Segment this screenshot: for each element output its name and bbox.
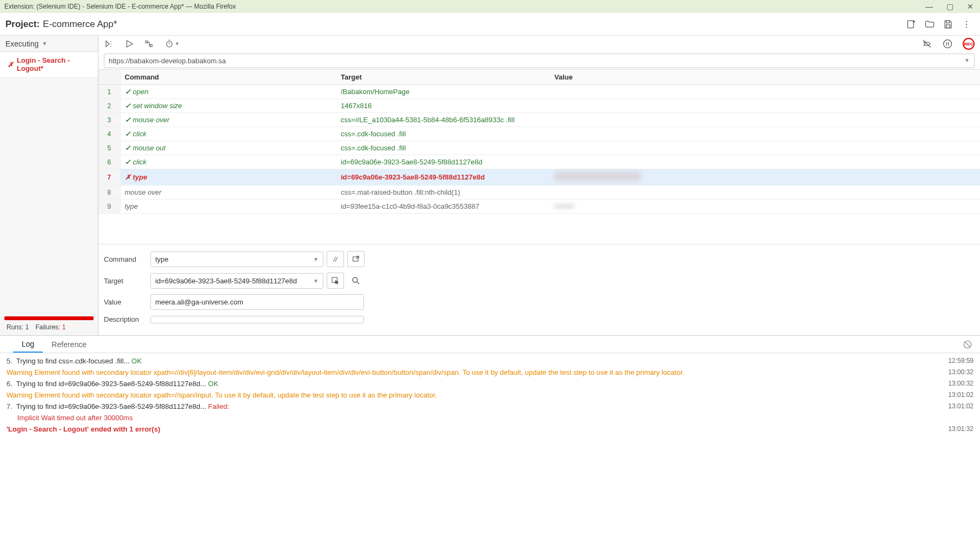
svg-rect-2 bbox=[946, 24, 950, 28]
redacted-value bbox=[554, 172, 641, 181]
log-line: 'Login - Search - Logout' ended with 1 e… bbox=[0, 423, 980, 435]
col-command: Command bbox=[120, 70, 336, 85]
run-current-button[interactable] bbox=[124, 39, 134, 49]
log-line: Implicit Wait timed out after 30000ms bbox=[0, 412, 980, 423]
search-icon bbox=[351, 276, 361, 286]
command-label: Command bbox=[104, 255, 150, 263]
save-icon bbox=[943, 19, 953, 30]
row-number: 1 bbox=[98, 85, 120, 99]
new-project-button[interactable] bbox=[903, 16, 919, 32]
table-row[interactable]: 1✓open/Babakom/HomePage bbox=[98, 85, 980, 99]
progress-bar bbox=[4, 316, 94, 320]
run-all-button[interactable] bbox=[104, 39, 115, 49]
svg-point-9 bbox=[944, 40, 952, 48]
row-command: ✓open bbox=[120, 85, 336, 99]
open-new-window-button[interactable] bbox=[347, 251, 365, 267]
col-target: Target bbox=[336, 70, 550, 85]
window-buttons: — ▢ ✕ bbox=[924, 2, 976, 11]
row-target: css=.cdk-focused .fill bbox=[336, 141, 550, 155]
table-row[interactable]: 8mouse overcss=.mat-raised-button .fill:… bbox=[98, 185, 980, 200]
svg-rect-6 bbox=[145, 41, 148, 43]
row-target: /Babakom/HomePage bbox=[336, 85, 550, 99]
table-row[interactable]: 2✓set window size1467x816 bbox=[98, 99, 980, 113]
save-project-button[interactable] bbox=[940, 16, 956, 32]
log-line: Warning Element found with secondary loc… bbox=[0, 389, 980, 401]
row-value bbox=[550, 141, 980, 155]
project-name[interactable]: E-commerce App* bbox=[43, 19, 117, 30]
tab-log[interactable]: Log bbox=[13, 336, 43, 353]
row-target: css=.cdk-focused .fill bbox=[336, 127, 550, 141]
log-timestamp: 13:00:32 bbox=[948, 368, 974, 376]
log-timestamp: 12:59:59 bbox=[948, 357, 974, 365]
value-input[interactable]: meera.ali@ga-universe.com bbox=[150, 294, 364, 310]
minimize-button[interactable]: — bbox=[924, 2, 935, 11]
row-value: •••••••• bbox=[550, 200, 980, 214]
base-url-text: https://babakom-develop.babakom.sa bbox=[109, 57, 226, 65]
check-icon: ✓ bbox=[125, 158, 131, 166]
value-label: Value bbox=[104, 298, 150, 306]
table-row[interactable]: 9typeid=93fee15a-c1c0-4b9d-f8a3-0ca9c355… bbox=[98, 200, 980, 214]
row-number: 9 bbox=[98, 200, 120, 214]
check-icon: ✓ bbox=[125, 130, 131, 138]
log-body: 5.Trying to find css=.cdk-focused .fill.… bbox=[0, 353, 980, 437]
log-tabs: Log Reference bbox=[0, 336, 980, 353]
command-input[interactable]: type ▼ bbox=[150, 251, 323, 267]
clear-log-button[interactable] bbox=[963, 340, 972, 349]
sidebar-dropdown-label: Executing bbox=[5, 39, 38, 48]
table-row[interactable]: 4✓clickcss=.cdk-focused .fill bbox=[98, 127, 980, 141]
target-label: Target bbox=[104, 277, 150, 285]
row-number: 8 bbox=[98, 185, 120, 200]
row-number: 7 bbox=[98, 169, 120, 185]
speed-button[interactable]: ▼ bbox=[164, 39, 180, 49]
log-timestamp: 13:01:02 bbox=[948, 402, 974, 410]
maximize-button[interactable]: ▢ bbox=[944, 2, 955, 11]
more-menu-button[interactable] bbox=[958, 16, 975, 32]
row-target: 1467x816 bbox=[336, 99, 550, 113]
record-icon: REC bbox=[963, 38, 975, 50]
test-item-login[interactable]: ✗ Login - Search - Logout* bbox=[0, 52, 98, 77]
select-target-button[interactable] bbox=[327, 273, 344, 289]
find-target-button[interactable] bbox=[347, 273, 365, 289]
table-row[interactable]: 7✗typeid=69c9a06e-3923-5ae8-5249-5f88d11… bbox=[98, 169, 980, 185]
row-value bbox=[550, 99, 980, 113]
table-row[interactable]: 3✓mouse overcss=#LE_a1030a44-5381-5b84-4… bbox=[98, 113, 980, 127]
close-button[interactable]: ✕ bbox=[965, 2, 976, 11]
row-value bbox=[550, 169, 980, 185]
row-command: mouse over bbox=[120, 185, 336, 200]
log-timestamp: 13:01:32 bbox=[948, 425, 974, 433]
select-in-page-icon bbox=[331, 276, 340, 285]
project-prefix: Project: bbox=[5, 19, 39, 30]
record-button[interactable]: REC bbox=[963, 38, 975, 50]
step-over-button[interactable] bbox=[144, 39, 155, 49]
project-bar: Project: E-commerce App* bbox=[0, 13, 980, 36]
check-icon: ✓ bbox=[125, 88, 131, 96]
tab-reference[interactable]: Reference bbox=[43, 337, 95, 352]
description-label: Description bbox=[104, 315, 150, 323]
row-number: 3 bbox=[98, 113, 120, 127]
target-input[interactable]: id=69c9a06e-3923-5ae8-5249-5f88d1127e8d … bbox=[150, 273, 323, 289]
new-file-icon bbox=[906, 19, 917, 30]
pause-on-exception-button[interactable] bbox=[942, 38, 953, 49]
table-row[interactable]: 6✓clickid=69c9a06e-3923-5ae8-5249-5f88d1… bbox=[98, 155, 980, 169]
disable-breakpoints-button[interactable] bbox=[922, 39, 932, 49]
description-input[interactable] bbox=[150, 316, 364, 323]
base-url-input[interactable]: https://babakom-develop.babakom.sa ▼ bbox=[104, 54, 975, 68]
chevron-down-icon: ▼ bbox=[42, 41, 47, 47]
row-number: 5 bbox=[98, 141, 120, 155]
new-window-icon bbox=[352, 255, 360, 263]
redacted-value: •••••••• bbox=[554, 202, 574, 210]
row-command: ✓set window size bbox=[120, 99, 336, 113]
row-command: ✗type bbox=[120, 169, 336, 185]
open-project-button[interactable] bbox=[922, 16, 938, 32]
play-all-icon bbox=[104, 39, 115, 49]
command-detail-pane: Command type ▼ // Target id=69c9a06e-392… bbox=[98, 244, 980, 335]
sidebar-dropdown[interactable]: Executing ▼ bbox=[0, 36, 98, 52]
row-value bbox=[550, 85, 980, 99]
folder-icon bbox=[924, 19, 935, 30]
row-command: ✓mouse over bbox=[120, 113, 336, 127]
toggle-enable-button[interactable]: // bbox=[327, 251, 344, 267]
window-title: Extension: (Selenium IDE) - Selenium IDE… bbox=[4, 3, 924, 10]
row-target: id=69c9a06e-3923-5ae8-5249-5f88d1127e8d bbox=[336, 155, 550, 169]
row-command: ✓mouse out bbox=[120, 141, 336, 155]
table-row[interactable]: 5✓mouse outcss=.cdk-focused .fill bbox=[98, 141, 980, 155]
